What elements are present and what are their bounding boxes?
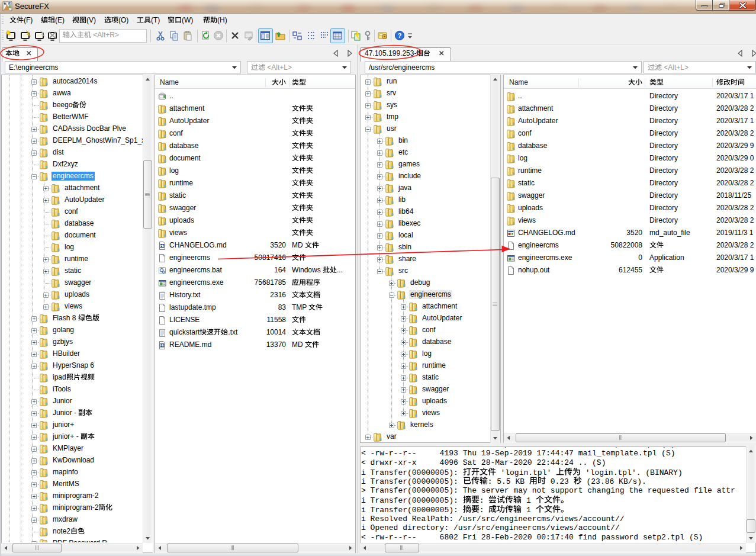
svg-text:?: ? — [398, 32, 402, 39]
